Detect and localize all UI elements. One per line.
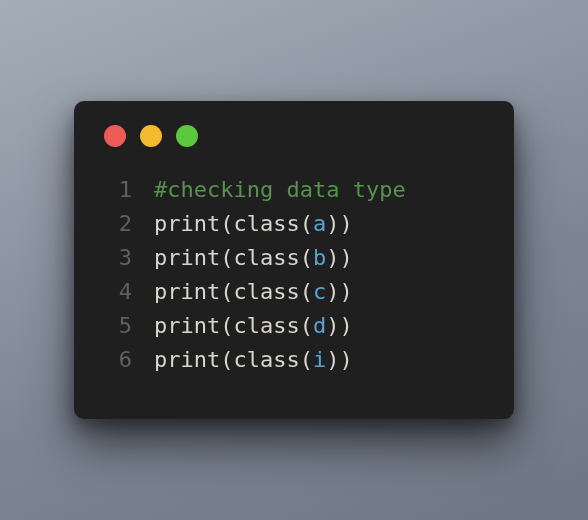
line-number: 5	[102, 309, 132, 343]
code-token: (	[300, 313, 313, 338]
code-line: 3print(class(b))	[102, 241, 486, 275]
code-token: class	[233, 347, 299, 372]
line-number: 6	[102, 343, 132, 377]
code-token: ))	[326, 211, 353, 236]
code-token: print	[154, 347, 220, 372]
code-token: c	[313, 279, 326, 304]
code-line: 2print(class(a))	[102, 207, 486, 241]
line-content: #checking data type	[154, 173, 406, 207]
code-token: (	[220, 279, 233, 304]
line-number: 4	[102, 275, 132, 309]
code-token: ))	[326, 347, 353, 372]
code-token: print	[154, 279, 220, 304]
line-content: print(class(c))	[154, 275, 353, 309]
code-token: (	[300, 245, 313, 270]
code-token: class	[233, 279, 299, 304]
line-number: 3	[102, 241, 132, 275]
line-number: 2	[102, 207, 132, 241]
code-token: (	[300, 347, 313, 372]
code-token: class	[233, 211, 299, 236]
minimize-icon[interactable]	[140, 125, 162, 147]
line-content: print(class(d))	[154, 309, 353, 343]
code-token: (	[220, 211, 233, 236]
code-token: print	[154, 245, 220, 270]
code-line: 6print(class(i))	[102, 343, 486, 377]
code-token: (	[220, 245, 233, 270]
code-token: (	[220, 347, 233, 372]
line-content: print(class(b))	[154, 241, 353, 275]
code-token: class	[233, 245, 299, 270]
code-token: (	[300, 279, 313, 304]
zoom-icon[interactable]	[176, 125, 198, 147]
code-token: d	[313, 313, 326, 338]
code-token: (	[220, 313, 233, 338]
code-token: b	[313, 245, 326, 270]
code-line: 1#checking data type	[102, 173, 486, 207]
code-token: i	[313, 347, 326, 372]
code-token: class	[233, 313, 299, 338]
code-token: #checking data type	[154, 177, 406, 202]
code-line: 4print(class(c))	[102, 275, 486, 309]
code-token: (	[300, 211, 313, 236]
close-icon[interactable]	[104, 125, 126, 147]
code-line: 5print(class(d))	[102, 309, 486, 343]
code-token: ))	[326, 279, 353, 304]
line-number: 1	[102, 173, 132, 207]
code-token: print	[154, 211, 220, 236]
line-content: print(class(a))	[154, 207, 353, 241]
window-controls	[104, 125, 486, 147]
code-token: a	[313, 211, 326, 236]
code-token: ))	[326, 245, 353, 270]
line-content: print(class(i))	[154, 343, 353, 377]
code-token: print	[154, 313, 220, 338]
code-window: 1#checking data type2print(class(a))3pri…	[74, 101, 514, 420]
code-block: 1#checking data type2print(class(a))3pri…	[102, 173, 486, 378]
code-token: ))	[326, 313, 353, 338]
